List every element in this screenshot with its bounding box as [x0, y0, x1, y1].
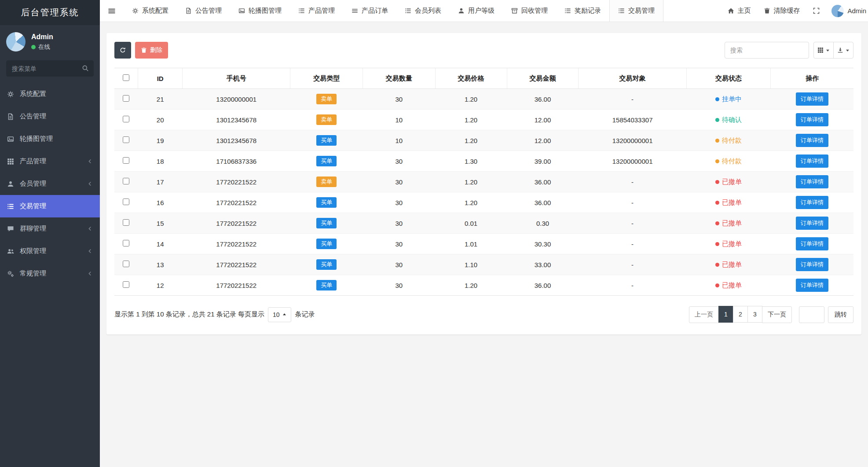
table-row: 1517720221522买单300.010.30-已撤单订单详情: [114, 213, 853, 234]
delete-button[interactable]: 删除: [135, 42, 168, 59]
cell-status: 待付款: [686, 130, 771, 151]
cell-id: 19: [138, 130, 183, 151]
list-icon: [618, 7, 625, 14]
avatar: [831, 5, 844, 17]
cell-phone: 17720221522: [183, 192, 290, 213]
page-number-button[interactable]: 2: [733, 306, 748, 323]
sidebar-item[interactable]: 交易管理: [0, 195, 100, 217]
fullscreen-button[interactable]: [806, 0, 826, 22]
sidebar-item[interactable]: 系统配置: [0, 83, 100, 105]
sidebar-item[interactable]: 权限管理: [0, 240, 100, 262]
column-header[interactable]: 交易金额: [507, 68, 579, 89]
order-detail-button[interactable]: 订单详情: [796, 92, 828, 106]
order-detail-button[interactable]: 订单详情: [796, 217, 828, 230]
page-number-button[interactable]: 1: [718, 306, 733, 323]
row-checkbox[interactable]: [123, 178, 129, 184]
column-header[interactable]: 交易价格: [435, 68, 507, 89]
user-menu[interactable]: Admin: [826, 0, 868, 22]
clear-cache-link[interactable]: 清除缓存: [757, 0, 806, 22]
row-checkbox[interactable]: [123, 116, 129, 122]
archive-icon: [511, 7, 518, 14]
column-header[interactable]: 交易状态: [686, 68, 771, 89]
pagination-summary: 显示第 1 到第 10 条记录，总共 21 条记录 每页显示 10 条记录: [114, 307, 315, 322]
sidebar-item-label: 公告管理: [20, 112, 46, 121]
refresh-button[interactable]: [114, 42, 131, 59]
order-detail-button[interactable]: 订单详情: [796, 258, 828, 271]
sidebar-item[interactable]: 轮播图管理: [0, 128, 100, 150]
sidebar-item[interactable]: 公告管理: [0, 105, 100, 128]
cell-actions: 订单详情: [771, 192, 853, 213]
nav-item[interactable]: 产品管理: [290, 0, 343, 22]
cell-actions: 订单详情: [771, 234, 853, 254]
cell-actions: 订单详情: [771, 110, 853, 130]
trade-type-badge: 买单: [316, 218, 337, 228]
list-icon: [7, 203, 14, 210]
sidebar-toggle-button[interactable]: [100, 0, 124, 22]
order-detail-button[interactable]: 订单详情: [796, 113, 828, 126]
next-page-button[interactable]: 下一页: [762, 306, 792, 323]
row-checkbox[interactable]: [123, 281, 129, 288]
cell-amount: 0.30: [507, 213, 579, 234]
home-link[interactable]: 主页: [721, 0, 757, 22]
sidebar-item[interactable]: 产品管理: [0, 150, 100, 173]
export-button[interactable]: [833, 42, 853, 59]
page-number-button[interactable]: 3: [747, 306, 762, 323]
nav-item-label: 系统配置: [142, 7, 168, 15]
search-icon: [82, 65, 89, 72]
table-search-input[interactable]: [725, 42, 809, 59]
nav-item-label: 奖励记录: [575, 7, 601, 15]
row-checkbox[interactable]: [123, 199, 129, 205]
chevron-left-icon: [87, 271, 93, 276]
nav-item[interactable]: 产品订单: [343, 0, 396, 22]
select-all-checkbox[interactable]: [123, 74, 129, 81]
home-label: 主页: [737, 7, 751, 15]
nav-item[interactable]: 交易管理: [609, 0, 663, 22]
row-checkbox[interactable]: [123, 240, 129, 246]
column-header[interactable]: 交易数量: [363, 68, 435, 89]
order-detail-button[interactable]: 订单详情: [796, 196, 828, 209]
nav-item[interactable]: 公告管理: [177, 0, 230, 22]
sidebar-item-label: 群聊管理: [20, 224, 46, 233]
sidebar-search-input[interactable]: [6, 60, 94, 77]
order-detail-button[interactable]: 订单详情: [796, 279, 828, 292]
table-row: 1717720221522卖单301.2036.00-已撤单订单详情: [114, 172, 853, 192]
order-detail-button[interactable]: 订单详情: [796, 134, 828, 147]
order-detail-button[interactable]: 订单详情: [796, 154, 828, 168]
columns-button[interactable]: [813, 42, 834, 59]
cell-target: -: [579, 234, 686, 254]
page-size-value: 10: [273, 311, 280, 318]
row-checkbox[interactable]: [123, 136, 129, 143]
clear-cache-label: 清除缓存: [773, 7, 800, 15]
order-detail-button[interactable]: 订单详情: [796, 175, 828, 188]
sidebar-item[interactable]: 会员管理: [0, 173, 100, 195]
jump-button[interactable]: 跳转: [828, 306, 853, 323]
nav-item[interactable]: 系统配置: [124, 0, 177, 22]
nav-item[interactable]: 轮播图管理: [230, 0, 290, 22]
column-header[interactable]: 交易类型: [290, 68, 363, 89]
nav-item[interactable]: 奖励记录: [556, 0, 609, 22]
row-checkbox[interactable]: [123, 261, 129, 267]
column-header[interactable]: 手机号: [183, 68, 290, 89]
row-checkbox[interactable]: [123, 157, 129, 164]
row-checkbox[interactable]: [123, 95, 129, 102]
row-checkbox[interactable]: [123, 219, 129, 226]
column-header[interactable]: 交易对象: [579, 68, 686, 89]
nav-item[interactable]: 用户等级: [450, 0, 503, 22]
sidebar-item[interactable]: 常规管理: [0, 262, 100, 285]
order-detail-button[interactable]: 订单详情: [796, 237, 828, 250]
prev-page-button[interactable]: 上一页: [689, 306, 719, 323]
sidebar-item[interactable]: 群聊管理: [0, 217, 100, 240]
trade-type-badge: 卖单: [316, 94, 337, 104]
jump-page-input[interactable]: [799, 306, 824, 323]
cell-amount: 33.00: [507, 254, 579, 275]
status-text: 挂单中: [715, 95, 742, 103]
column-header[interactable]: 操作: [771, 68, 853, 89]
nav-item[interactable]: 回收管理: [503, 0, 556, 22]
caret-up-icon: [282, 313, 286, 316]
column-header[interactable]: ID: [138, 68, 183, 89]
cell-target: -: [579, 89, 686, 110]
nav-item[interactable]: 会员列表: [396, 0, 450, 22]
nav-item-label: 交易管理: [628, 7, 655, 15]
page-size-select[interactable]: 10: [268, 307, 292, 322]
comment-icon: [7, 225, 14, 232]
